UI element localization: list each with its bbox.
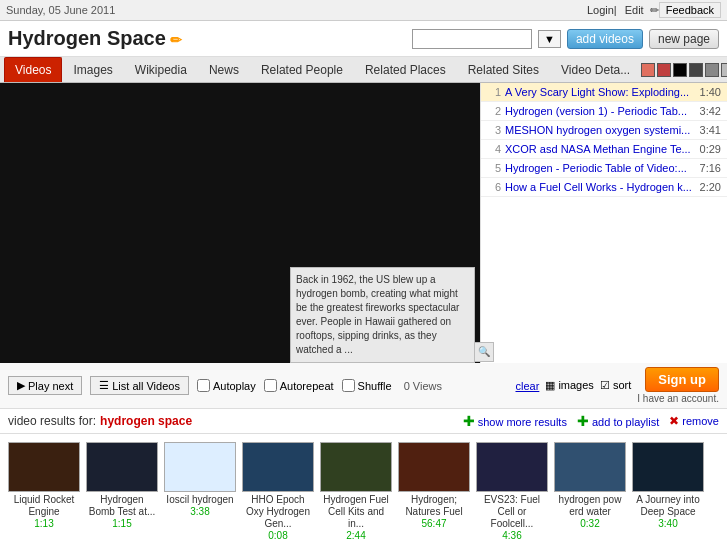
thumb-time: 2:44 bbox=[346, 530, 365, 541]
swatch-6[interactable] bbox=[721, 63, 727, 77]
video-title: A Very Scary Light Show: Exploding... bbox=[505, 86, 696, 98]
tab-related-places[interactable]: Related Places bbox=[354, 57, 457, 82]
video-list: 1 A Very Scary Light Show: Exploding... … bbox=[480, 83, 727, 363]
thumbnail-item[interactable]: Liquid Rocket Engine 1:13 bbox=[8, 442, 80, 541]
add-videos-button[interactable]: add videos bbox=[567, 29, 643, 49]
tab-wikipedia[interactable]: Wikipedia bbox=[124, 57, 198, 82]
description-text: Back in 1962, the US blew up a hydrogen … bbox=[296, 274, 459, 355]
autoplay-check[interactable]: Autoplay bbox=[197, 379, 256, 392]
tab-video-details[interactable]: Video Deta... bbox=[550, 57, 641, 82]
thumb-label: hydrogen pow erd water bbox=[554, 494, 626, 518]
login-link[interactable]: Login bbox=[587, 4, 614, 16]
remove-icon: ✖ bbox=[669, 414, 679, 428]
video-list-item[interactable]: 3 MESHON hydrogen oxygen systemi... 3:41 bbox=[481, 121, 727, 140]
swatch-5[interactable] bbox=[705, 63, 719, 77]
thumb-time: 4:36 bbox=[502, 530, 521, 541]
video-duration: 7:16 bbox=[700, 162, 721, 174]
list-all-button[interactable]: ☰ List all Videos bbox=[90, 376, 189, 395]
pencil-icon: ✏ bbox=[650, 4, 659, 17]
swatch-3[interactable] bbox=[673, 63, 687, 77]
swatch-2[interactable] bbox=[657, 63, 671, 77]
tab-images[interactable]: Images bbox=[62, 57, 123, 82]
list-icon: ☰ bbox=[99, 379, 109, 392]
thumb-label: Hydrogen; Natures Fuel bbox=[398, 494, 470, 518]
results-label: video results for: bbox=[8, 414, 96, 428]
clear-link[interactable]: clear bbox=[515, 380, 539, 392]
description-box: Back in 1962, the US blew up a hydrogen … bbox=[290, 267, 475, 363]
top-bar: Sunday, 05 June 2011 Login | Edit ✏ Feed… bbox=[0, 0, 727, 21]
video-num: 4 bbox=[487, 143, 501, 155]
views-count: 0 Views bbox=[404, 380, 442, 392]
thumbnail-item[interactable]: hydrogen pow erd water 0:32 bbox=[554, 442, 626, 541]
results-query: hydrogen space bbox=[100, 414, 192, 428]
autorepeat-checkbox[interactable] bbox=[264, 379, 277, 392]
search-dropdown[interactable]: ▼ bbox=[538, 30, 561, 48]
thumb-label: EVS23: Fuel Cell or Foolcell... bbox=[476, 494, 548, 530]
play-next-button[interactable]: ▶ Play next bbox=[8, 376, 82, 395]
add-playlist-link[interactable]: ✚ add to playlist bbox=[577, 413, 659, 429]
video-num: 2 bbox=[487, 105, 501, 117]
video-num: 1 bbox=[487, 86, 501, 98]
thumb-image bbox=[242, 442, 314, 492]
video-title: How a Fuel Cell Works - Hydrogen k... bbox=[505, 181, 696, 193]
thumb-time: 3:40 bbox=[658, 518, 677, 529]
thumbnail-item[interactable]: A Journey into Deep Space 3:40 bbox=[632, 442, 704, 541]
thumbnail-item[interactable]: HHO Epoch Oxy Hydrogen Gen... 0:08 bbox=[242, 442, 314, 541]
have-account-label[interactable]: I have an account. bbox=[637, 393, 719, 404]
video-list-item[interactable]: 6 How a Fuel Cell Works - Hydrogen k... … bbox=[481, 178, 727, 197]
tab-news[interactable]: News bbox=[198, 57, 250, 82]
video-row: Back in 1962, the US blew up a hydrogen … bbox=[0, 83, 727, 363]
swatch-4[interactable] bbox=[689, 63, 703, 77]
shuffle-checkbox[interactable] bbox=[342, 379, 355, 392]
thumb-label: HHO Epoch Oxy Hydrogen Gen... bbox=[242, 494, 314, 530]
video-list-item[interactable]: 1 A Very Scary Light Show: Exploding... … bbox=[481, 83, 727, 102]
signup-area: Sign up I have an account. bbox=[637, 367, 719, 404]
header: Hydrogen Space✏ ▼ add videos new page bbox=[0, 21, 727, 57]
thumb-time: 0:08 bbox=[268, 530, 287, 541]
thumb-time: 0:32 bbox=[580, 518, 599, 529]
thumb-image bbox=[632, 442, 704, 492]
thumbnail-item[interactable]: Hydrogen; Natures Fuel 56:47 bbox=[398, 442, 470, 541]
video-title: XCOR asd NASA Methan Engine Te... bbox=[505, 143, 696, 155]
thumb-label: Hydrogen Bomb Test at... bbox=[86, 494, 158, 518]
shuffle-check[interactable]: Shuffle bbox=[342, 379, 392, 392]
tab-videos[interactable]: Videos bbox=[4, 57, 62, 82]
video-frame: Back in 1962, the US blew up a hydrogen … bbox=[0, 83, 480, 363]
thumb-image bbox=[8, 442, 80, 492]
show-more-link[interactable]: ✚ show more results bbox=[463, 413, 567, 429]
thumb-image bbox=[476, 442, 548, 492]
video-num: 6 bbox=[487, 181, 501, 193]
thumb-image bbox=[164, 442, 236, 492]
search-input[interactable] bbox=[412, 29, 532, 49]
remove-link[interactable]: ✖ remove bbox=[669, 414, 719, 428]
signup-button[interactable]: Sign up bbox=[645, 367, 719, 392]
tab-related-people[interactable]: Related People bbox=[250, 57, 354, 82]
thumbnail-item[interactable]: Hydrogen Fuel Cell Kits and in... 2:44 bbox=[320, 442, 392, 541]
video-list-item[interactable]: 2 Hydrogen (version 1) - Periodic Tab...… bbox=[481, 102, 727, 121]
thumb-time: 1:15 bbox=[112, 518, 131, 529]
tab-related-sites[interactable]: Related Sites bbox=[457, 57, 550, 82]
desc-expand-icon[interactable]: 🔍 bbox=[474, 342, 494, 362]
swatch-1[interactable] bbox=[641, 63, 655, 77]
thumbnail-item[interactable]: EVS23: Fuel Cell or Foolcell... 4:36 bbox=[476, 442, 548, 541]
feedback-button[interactable]: Feedback bbox=[659, 2, 721, 18]
header-actions: ▼ add videos new page bbox=[412, 29, 719, 49]
results-bar: video results for: hydrogen space ✚ show… bbox=[0, 409, 727, 434]
thumb-image bbox=[86, 442, 158, 492]
thumbnail-item[interactable]: Ioscil hydrogen 3:38 bbox=[164, 442, 236, 541]
video-duration: 3:42 bbox=[700, 105, 721, 117]
sort-link[interactable]: ☑ sort bbox=[600, 379, 631, 392]
edit-link[interactable]: Edit bbox=[625, 4, 644, 16]
video-list-item[interactable]: 5 Hydrogen - Periodic Table of Video:...… bbox=[481, 159, 727, 178]
autoplay-checkbox[interactable] bbox=[197, 379, 210, 392]
images-link[interactable]: ▦ images bbox=[545, 379, 594, 392]
thumb-time: 56:47 bbox=[421, 518, 446, 529]
date-label: Sunday, 05 June 2011 bbox=[6, 4, 115, 16]
video-title: MESHON hydrogen oxygen systemi... bbox=[505, 124, 696, 136]
edit-icon: ✏ bbox=[170, 32, 182, 48]
autorepeat-check[interactable]: Autorepeat bbox=[264, 379, 334, 392]
thumbnail-item[interactable]: Hydrogen Bomb Test at... 1:15 bbox=[86, 442, 158, 541]
new-page-button[interactable]: new page bbox=[649, 29, 719, 49]
thumb-label: A Journey into Deep Space bbox=[632, 494, 704, 518]
video-list-item[interactable]: 4 XCOR asd NASA Methan Engine Te... 0:29 bbox=[481, 140, 727, 159]
